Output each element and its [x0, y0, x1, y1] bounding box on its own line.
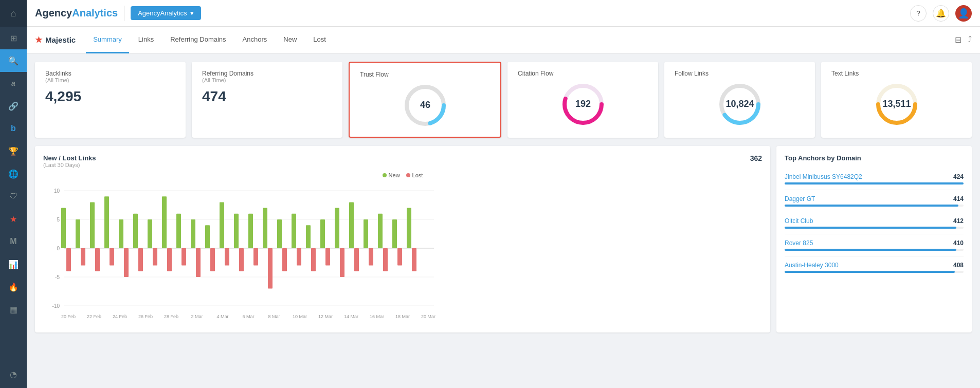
- sidebar-pie-icon[interactable]: ◔: [0, 365, 27, 388]
- majestic-label: Majestic: [45, 35, 76, 44]
- sidebar-trophy-icon[interactable]: 🏆: [0, 140, 27, 162]
- sidebar-home-icon[interactable]: ⌂: [0, 0, 27, 27]
- sidebar-fire-icon[interactable]: 🔥: [0, 275, 27, 298]
- svg-rect-18: [61, 208, 66, 248]
- sidebar-shield-icon[interactable]: 🛡: [0, 185, 27, 208]
- anchor-row-3: Oltcit Club 412: [785, 212, 964, 234]
- svg-rect-32: [162, 196, 167, 248]
- tab-new[interactable]: New: [276, 27, 304, 53]
- svg-text:5: 5: [57, 217, 60, 223]
- svg-text:6 Mar: 6 Mar: [242, 314, 254, 319]
- legend-lost-label: Lost: [412, 172, 423, 178]
- svg-rect-45: [253, 248, 258, 266]
- citation-flow-value: 192: [575, 99, 590, 109]
- svg-text:8 Mar: 8 Mar: [268, 314, 280, 319]
- majestic-star-icon: ★: [35, 35, 42, 45]
- anchor-bar-fill-1: [785, 182, 964, 184]
- tab-links[interactable]: Links: [131, 27, 161, 53]
- svg-rect-36: [191, 219, 195, 248]
- svg-rect-59: [354, 248, 359, 271]
- svg-rect-28: [133, 214, 138, 248]
- sidebar-table-icon[interactable]: ▦: [0, 298, 27, 321]
- nav-tabs: Summary Links Referring Domains Anchors …: [86, 27, 333, 53]
- backlinks-sublabel: (All Time): [45, 77, 175, 83]
- citation-flow-label: Citation Flow: [518, 70, 553, 77]
- svg-rect-33: [167, 248, 172, 271]
- anchor-row-4: Rover 825 410: [785, 234, 964, 256]
- logo: AgencyAnalytics: [35, 7, 118, 19]
- bar-chart-svg: 10 5 0 -5 -10 20 Feb: [43, 180, 762, 324]
- tab-lost[interactable]: Lost: [306, 27, 333, 53]
- svg-text:20 Feb: 20 Feb: [61, 314, 76, 319]
- tab-summary[interactable]: Summary: [86, 27, 129, 53]
- svg-rect-27: [124, 248, 129, 277]
- svg-text:24 Feb: 24 Feb: [113, 314, 127, 319]
- svg-rect-53: [311, 248, 316, 271]
- share-icon[interactable]: ⤴: [968, 35, 972, 45]
- anchor-name-2[interactable]: Dagger GT: [785, 195, 815, 202]
- svg-rect-50: [292, 214, 296, 248]
- chart-title: New / Lost Links: [43, 154, 96, 162]
- svg-rect-20: [76, 219, 80, 248]
- columns-icon[interactable]: ⊟: [955, 35, 961, 45]
- anchor-row-1: Jinbei Minibusus SY6482Q2 424: [785, 168, 964, 190]
- svg-rect-66: [407, 208, 411, 248]
- sidebar-grid-icon[interactable]: ⊞: [0, 27, 27, 49]
- citation-flow-donut: 192: [560, 81, 606, 127]
- svg-rect-25: [110, 248, 114, 266]
- svg-rect-37: [196, 248, 201, 277]
- svg-rect-47: [268, 248, 273, 288]
- chart-legend: New Lost: [43, 172, 762, 178]
- svg-rect-29: [138, 248, 143, 271]
- logo-area: AgencyAnalytics: [35, 7, 118, 19]
- anchor-count-4: 410: [953, 239, 964, 247]
- svg-text:16 Mar: 16 Mar: [370, 314, 384, 319]
- anchor-row-2: Dagger GT 414: [785, 190, 964, 212]
- majestic-title: ★ Majestic: [35, 35, 76, 45]
- header-right: ? 🔔 👤: [910, 5, 972, 22]
- bar-groups: [61, 196, 416, 288]
- tab-anchors[interactable]: Anchors: [235, 27, 275, 53]
- sidebar-link-icon[interactable]: 🔗: [0, 95, 27, 117]
- svg-rect-46: [263, 208, 267, 248]
- svg-rect-22: [90, 202, 95, 248]
- anchor-name-5[interactable]: Austin-Healey 3000: [785, 262, 839, 269]
- svg-text:28 Feb: 28 Feb: [164, 314, 178, 319]
- svg-rect-30: [148, 219, 152, 248]
- svg-rect-61: [369, 248, 373, 266]
- trust-flow-donut-wrapper: 46: [360, 82, 490, 128]
- chart-header: New / Lost Links (Last 30 Days) 362: [43, 154, 762, 168]
- text-links-donut: 13,511: [874, 81, 920, 127]
- svg-rect-21: [81, 248, 85, 266]
- trust-flow-value: 46: [420, 100, 430, 110]
- svg-rect-19: [66, 248, 71, 271]
- sidebar-search-icon[interactable]: 🔍: [0, 49, 27, 72]
- svg-text:10: 10: [54, 188, 60, 194]
- content-area: Backlinks (All Time) 4,295 Referring Dom…: [27, 53, 980, 388]
- agency-analytics-button[interactable]: AgencyAnalytics ▾: [131, 6, 201, 20]
- anchor-row-5-header: Austin-Healey 3000 408: [785, 262, 964, 269]
- svg-rect-60: [364, 219, 368, 248]
- chart-total: 362: [750, 154, 762, 162]
- sidebar-star-icon[interactable]: ★: [0, 208, 27, 230]
- anchor-name-1[interactable]: Jinbei Minibusus SY6482Q2: [785, 173, 862, 180]
- svg-rect-38: [205, 225, 210, 248]
- svg-text:-10: -10: [52, 303, 60, 309]
- tab-referring-domains[interactable]: Referring Domains: [163, 27, 233, 53]
- backlinks-value: 4,295: [45, 88, 175, 105]
- avatar[interactable]: 👤: [955, 5, 972, 22]
- anchor-name-4[interactable]: Rover 825: [785, 239, 813, 247]
- svg-rect-58: [349, 202, 354, 248]
- anchor-name-3[interactable]: Oltcit Club: [785, 217, 813, 225]
- sidebar-b-icon[interactable]: b: [0, 117, 27, 140]
- help-button[interactable]: ?: [910, 5, 927, 22]
- sub-header-right: ⊟ ⤴: [955, 35, 972, 45]
- notifications-button[interactable]: 🔔: [933, 5, 949, 22]
- sidebar-m-icon[interactable]: M: [0, 230, 27, 253]
- legend-lost: Lost: [406, 172, 423, 178]
- sidebar-alpha-icon[interactable]: a: [0, 72, 27, 95]
- sidebar-globe-icon[interactable]: 🌐: [0, 162, 27, 185]
- sidebar-barchart-icon[interactable]: 📊: [0, 253, 27, 275]
- svg-text:0: 0: [57, 246, 60, 251]
- svg-rect-44: [248, 214, 253, 248]
